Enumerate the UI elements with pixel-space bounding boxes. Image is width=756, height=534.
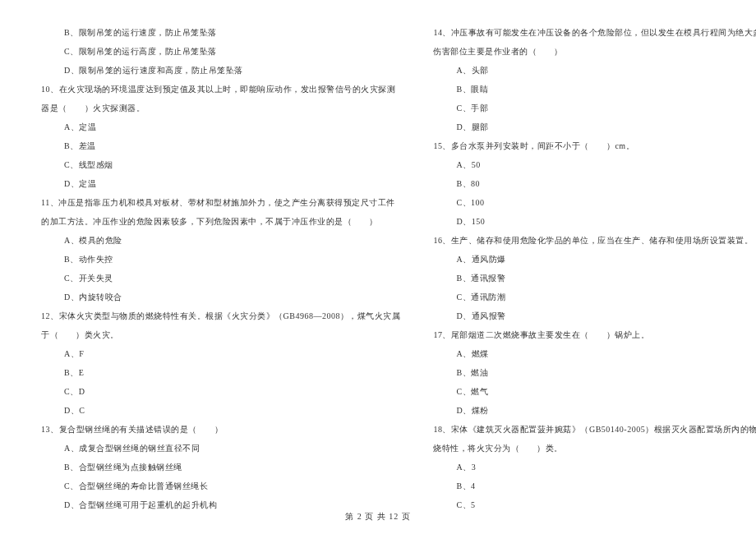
question-text: 的加工方法。冲压作业的危险因素较多，下列危险因素中，不属于冲压作业的是（ ） <box>41 212 400 231</box>
answer-option: D、煤粉 <box>433 401 756 420</box>
question-text: 11、冲压是指靠压力机和模具对板材、带材和型材施加外力，使之产生分离获得预定尺寸… <box>41 193 400 212</box>
answer-option: B、通讯报警 <box>433 269 756 288</box>
right-column: 14、冲压事故有可能发生在冲压设备的各个危险部位，但以发生在模具行程间为绝大多数… <box>433 23 756 499</box>
answer-option: A、通风防爆 <box>433 250 756 269</box>
left-column: B、限制吊笼的运行速度，防止吊笼坠落C、限制吊笼的运行高度，防止吊笼坠落D、限制… <box>41 23 400 499</box>
answer-option: B、80 <box>433 174 756 193</box>
answer-option: B、眼睛 <box>433 80 756 99</box>
answer-option: A、F <box>41 344 400 363</box>
question-text: 18、宋体《建筑灭火器配置菠并婉菇》（GB50140-2005）根据灭火器配置场… <box>433 420 756 439</box>
answer-option: A、燃煤 <box>433 344 756 363</box>
question-text: 15、多台水泵并列安装时，间距不小于（ ）cm。 <box>433 136 756 155</box>
answer-option: C、燃气 <box>433 382 756 401</box>
answer-option: A、模具的危险 <box>41 231 400 250</box>
answer-option: B、合型钢丝绳为点接触钢丝绳 <box>41 458 400 476</box>
question-text: 13、复合型钢丝绳的有关描述错误的是（ ） <box>41 420 400 439</box>
answer-option: A、头部 <box>433 61 756 80</box>
answer-option: A、定温 <box>41 117 400 136</box>
answer-option: A、3 <box>433 458 756 476</box>
question-text: 器是（ ）火灾探测器。 <box>41 99 400 117</box>
question-text: 16、生产、储存和使用危险化学品的单位，应当在生产、储存和使用场所设置装置。 <box>433 231 756 250</box>
answer-option: D、通风报警 <box>433 306 756 325</box>
question-text: 14、冲压事故有可能发生在冲压设备的各个危险部位，但以发生在模具行程间为绝大多数… <box>433 23 756 42</box>
answer-option: D、限制吊笼的运行速度和高度，防止吊笼坠落 <box>41 61 400 80</box>
answer-option: C、合型钢丝绳的寿命比普通钢丝绳长 <box>41 476 400 495</box>
answer-option: C、100 <box>433 193 756 212</box>
answer-option: D、C <box>41 401 400 420</box>
answer-option: C、D <box>41 382 400 401</box>
question-text: 10、在火灾现场的环境温度达到预定值及其以上时，即能响应动作，发出报警信号的火灾… <box>41 80 400 99</box>
question-text: 伤害部位主要是作业者的（ ） <box>433 42 756 61</box>
answer-option: B、限制吊笼的运行速度，防止吊笼坠落 <box>41 23 400 42</box>
answer-option: C、限制吊笼的运行高度，防止吊笼坠落 <box>41 42 400 61</box>
answer-option: A、成复合型钢丝绳的钢丝直径不同 <box>41 439 400 458</box>
question-text: 17、尾部烟道二次燃烧事故主要发生在（ ）锅炉上。 <box>433 325 756 344</box>
question-text: 12、宋体火灾类型与物质的燃烧特性有关。根据《火灾分类》（GB4968—2008… <box>41 306 400 325</box>
answer-option: C、开关失灵 <box>41 269 400 288</box>
question-text: 烧特性，将火灾分为（ ）类。 <box>433 439 756 458</box>
answer-option: D、腿部 <box>433 117 756 136</box>
question-text: 于（ ）类火灾。 <box>41 325 400 344</box>
page-footer: 第 2 页 共 12 页 <box>0 511 756 522</box>
answer-option: B、E <box>41 363 400 382</box>
answer-option: C、通讯防潮 <box>433 288 756 306</box>
answer-option: B、燃油 <box>433 363 756 382</box>
answer-option: B、差温 <box>41 136 400 155</box>
answer-option: B、4 <box>433 476 756 495</box>
answer-option: D、150 <box>433 212 756 231</box>
answer-option: A、50 <box>433 155 756 174</box>
answer-option: D、内旋转咬合 <box>41 288 400 306</box>
answer-option: C、线型感烟 <box>41 155 400 174</box>
document-content: B、限制吊笼的运行速度，防止吊笼坠落C、限制吊笼的运行高度，防止吊笼坠落D、限制… <box>41 23 715 499</box>
answer-option: D、定温 <box>41 174 400 193</box>
answer-option: B、动作失控 <box>41 250 400 269</box>
answer-option: C、手部 <box>433 99 756 117</box>
